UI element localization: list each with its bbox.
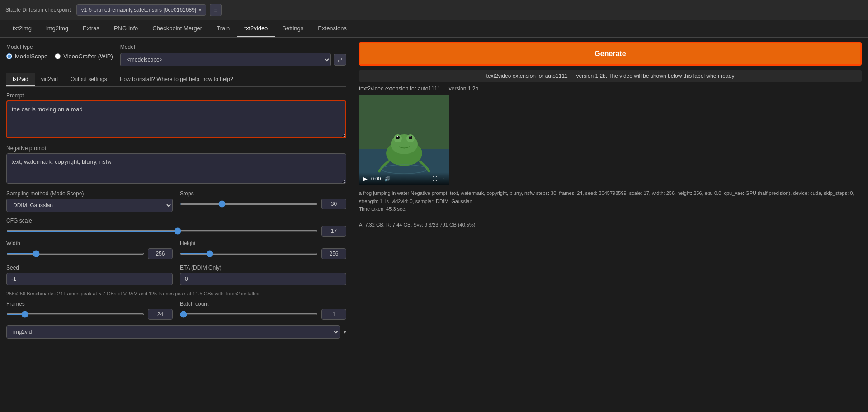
- steps-input[interactable]: [321, 199, 346, 209]
- frames-batch-row: Frames Batch count: [6, 301, 346, 320]
- dimensions-row: Width Height: [6, 240, 346, 259]
- videocrafter-option[interactable]: VideoCrafter (WIP): [55, 53, 113, 60]
- fullscreen-button[interactable]: ⛶: [432, 176, 437, 181]
- info-banner: text2video extension for auto1111 — vers…: [359, 70, 862, 82]
- tab-pnginfo[interactable]: PNG Info: [107, 20, 145, 37]
- negative-prompt-label: Negative prompt: [6, 145, 346, 152]
- video-preview: [359, 95, 449, 185]
- subtab-howtoinstall[interactable]: How to install? Where to get help, how t…: [113, 73, 240, 86]
- steps-slider[interactable]: [180, 203, 318, 205]
- tab-train[interactable]: Train: [209, 20, 237, 37]
- sampling-method-select[interactable]: DDIM_Gaussian DDIM PLMS: [6, 199, 173, 212]
- negative-prompt-section: Negative prompt text, watermark, copyrig…: [6, 145, 346, 185]
- model-label: Model: [120, 44, 346, 50]
- height-slider-row: [180, 248, 346, 259]
- modelscope-label: ModelScope: [15, 53, 47, 60]
- frames-slider-row: [6, 309, 173, 320]
- svg-point-8: [397, 136, 398, 137]
- volume-button[interactable]: 🔊: [384, 176, 391, 182]
- model-type-radio-group: ModelScope VideoCrafter (WIP): [6, 53, 113, 60]
- steps-group: Steps: [180, 190, 346, 209]
- swap-button[interactable]: ⇄: [334, 54, 346, 66]
- checkpoint-dropdown[interactable]: v1-5-pruned-emaonly.safetensors [6ce0161…: [76, 4, 207, 16]
- cfg-slider-row: [6, 226, 346, 237]
- height-slider[interactable]: [180, 253, 318, 255]
- width-slider-row: [6, 248, 173, 259]
- chevron-down-icon: ▾: [199, 8, 201, 13]
- frames-input[interactable]: [148, 309, 173, 320]
- main-layout: Model type ModelScope VideoCrafter (WIP)…: [0, 38, 868, 412]
- batch-count-label: Batch count: [180, 301, 346, 307]
- seed-label: Seed: [6, 265, 173, 271]
- tab-extensions[interactable]: Extensions: [311, 20, 354, 37]
- frog-image: [359, 95, 449, 185]
- left-panel: Model type ModelScope VideoCrafter (WIP)…: [0, 38, 353, 412]
- subtab-txt2vid[interactable]: txt2vid: [6, 73, 35, 86]
- seed-group: Seed: [6, 265, 173, 285]
- tab-extras[interactable]: Extras: [75, 20, 107, 37]
- sub-tabs: txt2vid vid2vid Output settings How to i…: [6, 73, 346, 87]
- more-options-button[interactable]: ⋮: [441, 176, 446, 182]
- width-slider[interactable]: [6, 253, 144, 255]
- benchmark-text: 256x256 Benchmarks: 24 frames peak at 5.…: [6, 291, 346, 296]
- eta-label: ETA (DDIM Only): [180, 265, 346, 271]
- cfg-input[interactable]: [321, 226, 346, 237]
- frames-group: Frames: [6, 301, 173, 320]
- model-select[interactable]: <modelscope>: [120, 53, 331, 66]
- video-controls: ▶ 0:00 🔊 ⛶ ⋮: [359, 172, 449, 185]
- steps-label: Steps: [180, 190, 346, 197]
- subtab-output-settings[interactable]: Output settings: [64, 73, 113, 86]
- eta-group: ETA (DDIM Only): [180, 265, 346, 285]
- result-text: a frog jumping in water Negative prompt:…: [359, 189, 862, 229]
- batch-slider-row: [180, 309, 346, 320]
- time-display: 0:00: [371, 176, 381, 181]
- frames-label: Frames: [6, 301, 173, 307]
- img2vid-row: img2vid ▾: [6, 325, 346, 339]
- model-section: Model <modelscope> ⇄: [120, 44, 346, 66]
- prompt-section: Prompt the car is moving on a road: [6, 92, 346, 140]
- cfg-slider[interactable]: [6, 230, 318, 232]
- img2vid-select[interactable]: img2vid: [6, 325, 340, 339]
- seed-eta-row: Seed ETA (DDIM Only): [6, 265, 346, 285]
- tab-img2img[interactable]: img2img: [39, 20, 75, 37]
- modelscope-option[interactable]: ModelScope: [6, 53, 47, 60]
- model-type-section: Model type ModelScope VideoCrafter (WIP): [6, 44, 113, 60]
- videocrafter-radio[interactable]: [55, 53, 61, 59]
- time-taken: Time taken: 45.3 sec.: [359, 206, 406, 212]
- width-label: Width: [6, 240, 173, 246]
- height-input[interactable]: [321, 248, 346, 259]
- top-bar: Stable Diffusion checkpoint v1-5-pruned-…: [0, 0, 868, 20]
- height-group: Height: [180, 240, 346, 259]
- generate-button[interactable]: Generate: [359, 42, 862, 66]
- seed-input[interactable]: [6, 273, 173, 285]
- modelscope-radio[interactable]: [6, 53, 12, 59]
- memory-stats: A: 7.32 GB, R: 7.44 GB, Sys: 9.6/23.791 …: [359, 222, 475, 227]
- width-input[interactable]: [148, 248, 173, 259]
- tab-txt2img[interactable]: txt2img: [5, 20, 39, 37]
- eta-input[interactable]: [180, 273, 346, 285]
- cfg-scale-label: CFG scale: [6, 218, 346, 224]
- subtab-vid2vid[interactable]: vid2vid: [35, 73, 64, 86]
- sampling-steps-row: Sampling method (ModelScope) DDIM_Gaussi…: [6, 190, 346, 212]
- prompt-textarea[interactable]: the car is moving on a road: [6, 100, 346, 138]
- ext-title: text2video extension for auto1111 — vers…: [359, 85, 862, 92]
- tab-settings[interactable]: Settings: [275, 20, 311, 37]
- batch-slider[interactable]: [180, 313, 318, 315]
- model-config-row: Model type ModelScope VideoCrafter (WIP)…: [6, 44, 346, 66]
- videocrafter-label: VideoCrafter (WIP): [63, 53, 113, 60]
- frames-slider[interactable]: [6, 313, 144, 315]
- tab-checkpoint-merger[interactable]: Checkpoint Merger: [145, 20, 209, 37]
- height-label: Height: [180, 240, 346, 246]
- batch-input[interactable]: [321, 309, 346, 320]
- tab-txt2video[interactable]: txt2video: [237, 20, 275, 37]
- sampling-method-label: Sampling method (ModelScope): [6, 190, 173, 197]
- model-type-label: Model type: [6, 44, 113, 50]
- model-select-row: <modelscope> ⇄: [120, 53, 346, 66]
- nav-tabs: txt2img img2img Extras PNG Info Checkpoi…: [0, 20, 868, 38]
- play-button[interactable]: ▶: [363, 175, 368, 182]
- menu-icon-button[interactable]: ≡: [210, 4, 222, 16]
- video-container: ▶ 0:00 🔊 ⛶ ⋮: [359, 95, 449, 185]
- checkpoint-value: v1-5-pruned-emaonly.safetensors [6ce0161…: [81, 7, 197, 13]
- negative-prompt-textarea[interactable]: text, watermark, copyright, blurry, nsfw: [6, 153, 346, 184]
- result-description: a frog jumping in water Negative prompt:…: [359, 190, 854, 204]
